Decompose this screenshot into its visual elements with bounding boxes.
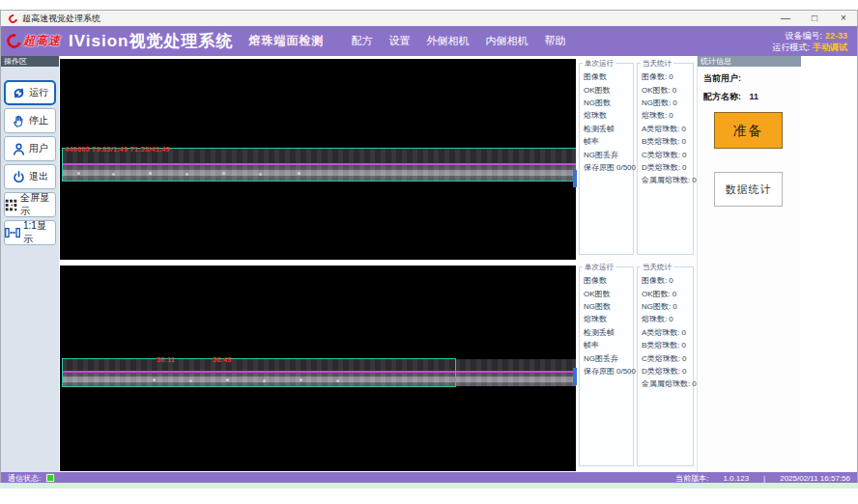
fullscreen-grid-icon xyxy=(5,199,17,211)
stat-value: 0 xyxy=(669,72,672,81)
stat-row: 图像数 xyxy=(580,274,633,287)
stat-label: 帧率 xyxy=(584,340,599,350)
stat-label: NG图丢弃 xyxy=(584,353,618,364)
annotation-text: 440605 79.83/1.49 71.53/41.49 xyxy=(65,146,170,153)
stat-row: OK图数 xyxy=(580,83,633,96)
menu-item-inner-camera[interactable]: 内侧相机 xyxy=(485,34,528,48)
comm-status-indicator xyxy=(45,473,55,483)
stat-row: 熔珠数 xyxy=(580,109,633,122)
device-info: 设备编号:22-33 运行模式:手动调试 xyxy=(772,30,847,53)
sidebar-button-label: 停止 xyxy=(29,114,48,127)
user-button[interactable]: 用户 xyxy=(4,136,56,161)
stat-label: OK图数 xyxy=(584,85,611,96)
stat-value: 0/500 xyxy=(616,367,636,376)
stat-row: D类熔珠数:0 xyxy=(638,365,693,378)
stat-label: B类熔珠数: xyxy=(642,340,680,350)
stat-value: 0 xyxy=(682,367,686,376)
menu-item-outer-camera[interactable]: 外侧相机 xyxy=(426,34,469,48)
menu-item-help[interactable]: 帮助 xyxy=(544,34,565,48)
window-title: 超高速视觉处理系统 xyxy=(22,13,762,25)
run-mode-value: 手动调试 xyxy=(813,42,847,52)
stat-row: 熔珠数:0 xyxy=(638,313,693,325)
stat-label: B类熔珠数: xyxy=(642,136,680,147)
stat-value: 0 xyxy=(672,86,676,95)
datetime-text: 2025/02/11 16:57:56 xyxy=(780,474,850,483)
stat-label: 金属屑熔珠数: xyxy=(642,175,690,185)
stat-value: 0 xyxy=(672,98,676,107)
device-number-value: 22-33 xyxy=(825,31,847,41)
roi-rectangle xyxy=(62,148,630,182)
maximize-button[interactable]: □ xyxy=(809,12,820,25)
stat-value: 0 xyxy=(682,354,686,363)
stat-row: 保存原图0/500 xyxy=(580,161,633,174)
stat-value: 0 xyxy=(672,302,676,311)
sidebar-button-label: 退出 xyxy=(29,170,48,183)
stats-panel-1: 单次运行 图像数OK图数NG图数熔珠数检测丢帧帧率NG图丢弃保存原图0/500 … xyxy=(576,56,697,260)
app-icon xyxy=(7,13,19,25)
group-single-run: 单次运行 图像数OK图数NG图数熔珠数检测丢帧帧率NG图丢弃保存原图0/500 xyxy=(579,266,634,466)
desktop-strip xyxy=(0,483,858,489)
stat-label: D类熔珠数: xyxy=(642,366,680,377)
stat-label: 检测丢帧 xyxy=(584,327,615,338)
stat-row: OK图数:0 xyxy=(638,287,693,299)
version-label: 当前版本: xyxy=(675,473,708,484)
stat-label: 图像数 xyxy=(584,275,607,286)
group-today: 当天统计 图像数:0OK图数:0NG图数:0熔珠数:0A类熔珠数:0B类熔珠数:… xyxy=(637,266,694,466)
stat-value: 0 xyxy=(669,315,672,323)
sidebar-button-label: 用户 xyxy=(29,142,48,155)
stats-panel-2: 单次运行 图像数OK图数NG图数熔珠数检测丢帧帧率NG图丢弃保存原图0/500 … xyxy=(576,260,697,471)
stat-label: C类熔珠数: xyxy=(642,353,680,364)
stat-label: 帧率 xyxy=(584,136,599,147)
main-area: 操作区 运行 停止 xyxy=(1,56,857,472)
close-button[interactable]: × xyxy=(838,12,849,25)
splitter-handle[interactable] xyxy=(573,170,577,187)
group-today: 当天统计 图像数:0OK图数:0NG图数:0熔珠数:0A类熔珠数:0B类熔珠数:… xyxy=(637,63,694,255)
group-title: 当天统计 xyxy=(641,263,673,272)
run-button[interactable]: 运行 xyxy=(4,80,56,105)
stat-value: 0/500 xyxy=(616,163,636,172)
menu-item-settings[interactable]: 设置 xyxy=(388,34,410,48)
stat-value: 0 xyxy=(682,328,686,337)
user-icon xyxy=(12,142,26,156)
stat-row: NG图数:0 xyxy=(638,97,693,109)
group-title: 当天统计 xyxy=(641,59,673,69)
splitter-handle[interactable] xyxy=(573,368,577,385)
app-title: IVision视觉处理系统 xyxy=(69,30,233,52)
camera-view-2: 53.11 56.43 xyxy=(60,266,634,471)
annotation-text: 53.11 xyxy=(157,356,175,363)
minimize-button[interactable]: — xyxy=(780,12,791,25)
menu-item-recipe[interactable]: 配方 xyxy=(351,34,372,48)
sidebar-button-label: 运行 xyxy=(29,86,48,99)
status-separator: | xyxy=(763,474,765,483)
stat-row: NG图数 xyxy=(580,97,633,109)
stat-value: 0 xyxy=(682,125,686,133)
stat-row: 图像数:0 xyxy=(638,274,693,287)
stat-row: B类熔珠数:0 xyxy=(638,135,693,148)
menu-bar: 配方 设置 外侧相机 内侧相机 帮助 xyxy=(351,34,565,48)
data-stats-button[interactable]: 数据统计 xyxy=(714,172,783,207)
window-titlebar: 超高速视觉处理系统 — □ × xyxy=(1,11,857,26)
stat-label: A类熔珠数: xyxy=(642,327,680,338)
power-icon xyxy=(12,170,26,184)
recipe-name-value: 11 xyxy=(750,92,759,101)
exit-button[interactable]: 退出 xyxy=(4,164,56,189)
group-single-run: 单次运行 图像数OK图数NG图数熔珠数检测丢帧帧率NG图丢弃保存原图0/500 xyxy=(579,63,634,255)
stat-row: 帧率 xyxy=(580,135,633,148)
stat-row: OK图数:0 xyxy=(638,83,693,96)
stat-value: 0 xyxy=(682,341,686,350)
stat-row: 保存原图0/500 xyxy=(580,365,633,378)
stat-row: NG图数 xyxy=(580,300,633,313)
prepare-button[interactable]: 准备 xyxy=(714,112,783,149)
info-panel: 统计信息 当前用户: 配方名称: 11 准备 数据统计 xyxy=(697,56,801,472)
stat-value: 0 xyxy=(672,290,676,298)
hand-stop-icon xyxy=(12,114,26,128)
fullscreen-button[interactable]: 全屏显示 xyxy=(4,192,56,217)
group-title: 单次运行 xyxy=(583,59,615,69)
stat-label: 保存原图 xyxy=(584,162,615,173)
stat-label: 检测丢帧 xyxy=(584,124,615,134)
stat-row: C类熔珠数:0 xyxy=(638,148,693,160)
stop-button[interactable]: 停止 xyxy=(4,108,56,133)
stat-value: 0 xyxy=(682,163,686,172)
one-to-one-button[interactable]: 1:1显示 xyxy=(4,220,56,245)
stat-value: 0 xyxy=(682,151,686,159)
